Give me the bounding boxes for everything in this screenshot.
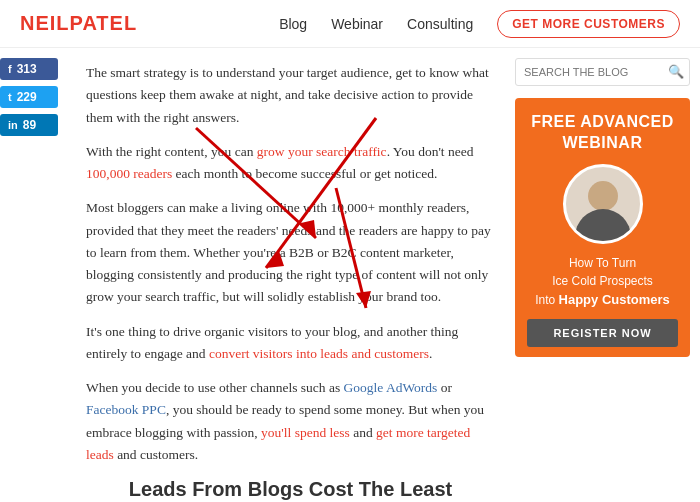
facebook-share[interactable]: f 313: [0, 58, 58, 80]
webinar-card-title: FREE ADVANCEDWEBINAR: [531, 112, 674, 154]
right-sidebar: 🔍 FREE ADVANCEDWEBINAR How To Turn Ice C…: [515, 48, 700, 502]
webinar-card: FREE ADVANCEDWEBINAR How To Turn Ice Col…: [515, 98, 690, 357]
webinar-avatar: [563, 164, 643, 244]
nav-blog[interactable]: Blog: [279, 16, 307, 32]
facebook-count: 313: [17, 62, 37, 76]
link-spend-less[interactable]: you'll spend less: [261, 425, 350, 440]
avatar-suit: [575, 209, 631, 241]
search-icon: 🔍: [668, 64, 684, 80]
section-heading: Leads From Blogs Cost The Least: [86, 478, 495, 501]
main-layout: f 313 t 229 in 89 The smart strategy is …: [0, 48, 700, 502]
facebook-icon: f: [8, 63, 12, 75]
site-logo[interactable]: NEILPATEL: [20, 12, 137, 35]
register-button[interactable]: REGISTER NOW: [527, 319, 678, 347]
article-content: The smart strategy is to understand your…: [66, 48, 515, 502]
para-3: Most bloggers can make a living online w…: [86, 197, 495, 308]
link-convert-visitors[interactable]: convert visitors into leads and customer…: [209, 346, 429, 361]
twitter-share[interactable]: t 229: [0, 86, 58, 108]
search-input[interactable]: [524, 66, 662, 78]
nav-webinar[interactable]: Webinar: [331, 16, 383, 32]
header: NEILPATEL Blog Webinar Consulting GET MO…: [0, 0, 700, 48]
social-bar: f 313 t 229 in 89: [0, 48, 66, 502]
cta-button[interactable]: GET MORE CUSTOMERS: [497, 10, 680, 38]
link-100k-readers[interactable]: 100,000 readers: [86, 166, 172, 181]
para-1: The smart strategy is to understand your…: [86, 62, 495, 129]
avatar-head: [588, 181, 618, 211]
para-2: With the right content, you can grow you…: [86, 141, 495, 186]
linkedin-icon: in: [8, 119, 18, 131]
linkedin-count: 89: [23, 118, 36, 132]
linkedin-share[interactable]: in 89: [0, 114, 58, 136]
para-5: When you decide to use other channels su…: [86, 377, 495, 466]
para-4: It's one thing to drive organic visitors…: [86, 321, 495, 366]
nav-consulting[interactable]: Consulting: [407, 16, 473, 32]
twitter-count: 229: [17, 90, 37, 104]
webinar-subtitle: How To Turn Ice Cold Prospects Into Happ…: [531, 254, 674, 310]
link-grow-traffic[interactable]: grow your search traffic: [257, 144, 387, 159]
main-nav: Blog Webinar Consulting GET MORE CUSTOME…: [279, 10, 680, 38]
twitter-icon: t: [8, 91, 12, 103]
link-google-adwords[interactable]: Google AdWords: [344, 380, 438, 395]
search-box[interactable]: 🔍: [515, 58, 690, 86]
link-facebook-ppc[interactable]: Facebook PPC: [86, 402, 166, 417]
